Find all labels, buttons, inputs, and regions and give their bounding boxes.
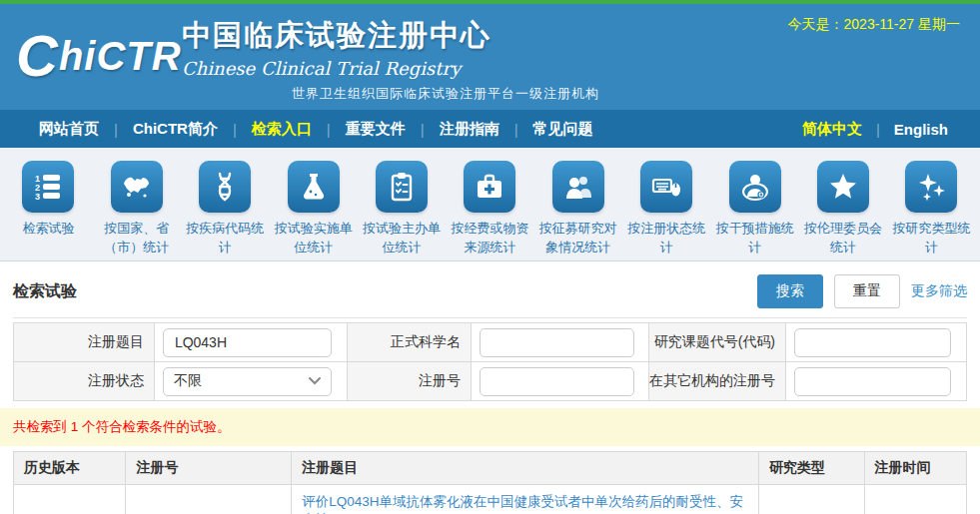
- lang-simplified-chinese[interactable]: 简体中文: [788, 120, 876, 139]
- nav-item-about[interactable]: ChiCTR简介: [118, 120, 233, 139]
- nav-item-search-entry[interactable]: 检索入口: [237, 120, 327, 139]
- col-registration-number: 注册号: [126, 452, 292, 485]
- label-registration-number: 注册号: [348, 362, 472, 401]
- search-section-header: 检索试验 搜索 重置 更多筛选: [13, 261, 967, 318]
- label-other-org-number: 在其它机构的注册号: [649, 362, 786, 401]
- site-title-block: 中国临床试验注册中心 Chinese Clinical Trial Regist…: [182, 16, 491, 79]
- col-study-type: 研究类型: [759, 452, 864, 485]
- project-code-input[interactable]: [794, 328, 951, 357]
- people-icon: [552, 161, 604, 213]
- sparkles-icon: [905, 161, 957, 213]
- nav-item-faq[interactable]: 常见问题: [518, 120, 608, 139]
- keyboard-mouse-icon: [640, 161, 692, 213]
- col-history-version: 历史版本: [14, 452, 126, 485]
- site-title-cn: 中国临床试验注册中心: [182, 16, 491, 56]
- icon-label: 按注册状态统计: [622, 220, 710, 257]
- reset-button[interactable]: 重置: [834, 274, 900, 308]
- registration-title-input[interactable]: [163, 328, 332, 357]
- cell-registration-number: [471, 362, 648, 401]
- nav-language-switch: 简体中文 | English: [788, 120, 962, 139]
- other-org-number-input[interactable]: [794, 367, 951, 396]
- study-type-value: 干预性研究: [759, 485, 864, 514]
- icon-label: 按国家、省（市）统计: [93, 220, 181, 257]
- icon-label: 按试验主办单位统计: [358, 220, 446, 257]
- medkit-icon: [464, 161, 515, 213]
- main-content: 检索试验 搜索 重置 更多筛选 注册题目 正式科学名 研究课题代号(代码): [0, 261, 980, 514]
- label-registration-status: 注册状态: [14, 362, 155, 401]
- icon-item-by-funding-source[interactable]: 按经费或物资来源统计: [446, 161, 533, 260]
- nav-item-documents[interactable]: 重要文件: [331, 120, 421, 139]
- statistics-icon-bar: 1 2 3 检索试验 按国家、省（市）统计 按疾病代码统计: [0, 148, 980, 261]
- dna-icon: [199, 161, 251, 213]
- icon-label: 按疾病代码统计: [181, 220, 269, 257]
- icon-item-by-ethics-committee[interactable]: 按伦理委员会统计: [799, 161, 887, 260]
- svg-text:3: 3: [35, 192, 40, 202]
- registration-number-input[interactable]: [480, 367, 634, 396]
- icon-item-search-trials[interactable]: 1 2 3 检索试验: [4, 161, 92, 260]
- who-subtitle: 世界卫生组织国际临床试验注册平台一级注册机构: [292, 85, 599, 103]
- table-row: 历史版本 ChiCTR2300069500 评价LQ043H单域抗体雾化液在中国…: [14, 485, 967, 514]
- col-registration-date: 注册时间: [864, 452, 966, 485]
- nav-item-guide[interactable]: 注册指南: [425, 120, 514, 139]
- icon-item-by-recruitment-status[interactable]: 按征募研究对象情况统计: [534, 161, 622, 260]
- trial-title-link[interactable]: 评价LQ043H单域抗体雾化液在中国健康受试者中单次给药后的耐受性、安全性、..…: [302, 493, 748, 514]
- chictr-logo[interactable]: ChiCTR: [16, 22, 182, 89]
- icon-label: 按研究类型统计: [887, 220, 975, 257]
- logo-rest: hiCTR: [59, 34, 182, 78]
- icon-label: 按伦理委员会统计: [799, 220, 887, 257]
- icon-item-by-registration-status[interactable]: 按注册状态统计: [622, 161, 710, 260]
- cell-registration-status: 不限: [154, 362, 347, 401]
- icon-label: 检索试验: [4, 220, 92, 239]
- icon-item-by-sponsor-unit[interactable]: 按试验主办单位统计: [358, 161, 446, 260]
- scientific-name-input[interactable]: [480, 328, 634, 357]
- site-header: ChiCTR 中国临床试验注册中心 Chinese Clinical Trial…: [0, 4, 980, 110]
- today-date: 今天是：2023-11-27 星期一: [788, 16, 960, 34]
- label-project-code: 研究课题代号(代码): [649, 323, 786, 362]
- cell-registration-title: [154, 323, 347, 362]
- flask-icon: [288, 161, 340, 213]
- registration-status-select[interactable]: 不限: [163, 367, 332, 396]
- chevron-down-icon: [309, 377, 321, 385]
- results-header-row: 历史版本 注册号 注册题目 研究类型 注册时间: [14, 452, 967, 485]
- search-actions: 搜索 重置 更多筛选: [757, 274, 967, 308]
- icon-label: 按试验实施单位统计: [270, 220, 358, 257]
- result-count-message: 共检索到 1 个符合检索条件的试验。: [0, 408, 980, 446]
- lang-english[interactable]: English: [880, 121, 962, 138]
- icon-label: 按征募研究对象情况统计: [534, 220, 622, 257]
- doctor-icon: [729, 161, 781, 213]
- more-filters-link[interactable]: 更多筛选: [911, 282, 967, 300]
- main-nav: 网站首页 | ChiCTR简介 | 检索入口 | 重要文件 | 注册指南 | 常…: [0, 110, 980, 148]
- label-scientific-name: 正式科学名: [348, 323, 472, 362]
- world-map-icon: [111, 161, 163, 213]
- icon-item-by-implementing-unit[interactable]: 按试验实施单位统计: [270, 161, 358, 260]
- icon-item-by-study-type[interactable]: 按研究类型统计: [887, 161, 975, 260]
- col-registration-title: 注册题目: [292, 452, 759, 485]
- page-title: 检索试验: [13, 281, 77, 302]
- search-button[interactable]: 搜索: [757, 274, 823, 308]
- icon-item-by-intervention[interactable]: 按干预措施统计: [711, 161, 799, 260]
- star-icon: [817, 161, 869, 213]
- nav-left: 网站首页 | ChiCTR简介 | 检索入口 | 重要文件 | 注册指南 | 常…: [24, 120, 608, 139]
- nav-item-home[interactable]: 网站首页: [24, 120, 114, 139]
- site-title-en: Chinese Clinical Trial Registry: [182, 58, 491, 79]
- results-table: 历史版本 注册号 注册题目 研究类型 注册时间 历史版本 ChiCTR23000…: [13, 451, 967, 514]
- cell-other-org-number: [786, 362, 967, 401]
- icon-item-by-region[interactable]: 按国家、省（市）统计: [93, 161, 181, 260]
- icon-label: 按干预措施统计: [711, 220, 799, 257]
- logo-letter-c: C: [16, 23, 59, 88]
- clipboard-icon: [376, 161, 428, 213]
- search-form: 注册题目 正式科学名 研究课题代号(代码) 注册状态 不限 注册号: [13, 322, 967, 401]
- cell-scientific-name: [471, 323, 648, 362]
- registration-date-value: 2023/03/20: [864, 485, 966, 514]
- selected-value: 不限: [174, 372, 309, 390]
- icon-item-by-disease-code[interactable]: 按疾病代码统计: [181, 161, 269, 260]
- label-registration-title: 注册题目: [14, 323, 155, 362]
- cell-project-code: [786, 323, 967, 362]
- icon-label: 按经费或物资来源统计: [446, 220, 533, 257]
- numbered-list-icon: 1 2 3: [22, 161, 74, 213]
